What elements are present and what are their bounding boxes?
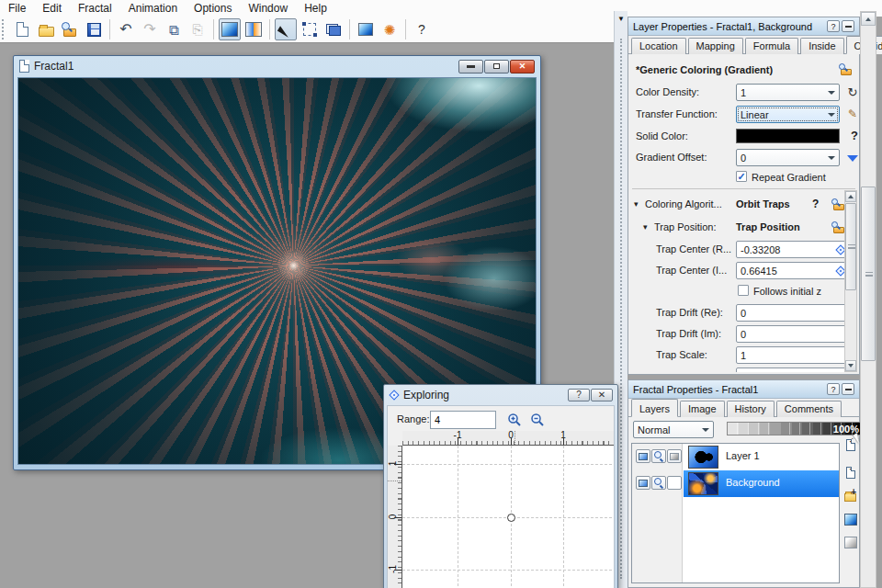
browse-coloring-button[interactable] — [838, 62, 853, 76]
panel-minimize-button[interactable] — [842, 20, 854, 32]
add-layer-button[interactable]: + — [842, 437, 858, 453]
restore-button[interactable] — [484, 60, 509, 74]
select-mode-button[interactable] — [299, 18, 321, 40]
image-layer-button[interactable] — [842, 512, 858, 527]
menu-file[interactable]: File — [0, 1, 34, 16]
help-button[interactable]: ? — [411, 18, 433, 40]
formula-scroll-up[interactable] — [845, 191, 856, 202]
trap-position-value[interactable]: Trap Position — [736, 221, 800, 232]
gradient-mode-button[interactable] — [243, 18, 265, 40]
tab-mapping[interactable]: Mapping — [688, 38, 743, 54]
vertical-ruler[interactable]: 1 0 -1 — [388, 446, 402, 588]
menu-window[interactable]: Window — [240, 1, 296, 16]
origin-marker[interactable] — [507, 514, 515, 522]
layer-editable-toggle[interactable] — [651, 476, 666, 490]
layer-visible-toggle[interactable] — [636, 476, 650, 490]
add-group-button[interactable]: + — [842, 488, 858, 503]
zoom-out-button[interactable] — [528, 412, 547, 428]
normal-mode-button[interactable] — [275, 18, 297, 40]
layer-thumbnail[interactable] — [688, 472, 718, 495]
tab-layers[interactable]: Layers — [631, 399, 678, 417]
layer-name[interactable]: Background — [726, 477, 780, 488]
formula-scrollbar-thumb[interactable] — [845, 203, 856, 290]
trap-scale-input[interactable]: 1 — [736, 346, 844, 364]
exploring-help-button[interactable]: ? — [568, 389, 590, 401]
panel-minimize-button[interactable] — [842, 383, 854, 395]
tab-inside[interactable]: Inside — [800, 38, 843, 54]
exploring-grid[interactable] — [402, 446, 614, 588]
close-button[interactable]: ✕ — [510, 60, 535, 74]
layer-editable-toggle[interactable] — [651, 449, 666, 463]
exploring-titlebar[interactable]: Exploring ? ✕ — [384, 385, 617, 404]
reset-density-button[interactable]: ↻ — [845, 85, 860, 99]
menu-help[interactable]: Help — [296, 1, 335, 16]
scrollbar-thumb[interactable] — [861, 187, 876, 361]
collapse-arrow-icon[interactable]: ▼ — [617, 15, 625, 23]
paste-button[interactable]: ⎘ — [187, 18, 209, 40]
copy-button[interactable]: ⧉ — [163, 18, 185, 40]
fractal-properties-titlebar[interactable]: Fractal Properties - Fractal1 ? — [628, 380, 859, 399]
collapse-algorithm-icon[interactable]: ▾ — [634, 199, 639, 209]
explore-param-icon[interactable] — [835, 266, 844, 276]
gradient-offset-more-button[interactable] — [845, 151, 860, 165]
range-input[interactable] — [430, 411, 496, 429]
menu-animation[interactable]: Animation — [120, 1, 186, 16]
transparent-layer-button[interactable] — [842, 535, 858, 550]
save-button[interactable] — [83, 18, 105, 40]
formula-scrollbar[interactable] — [844, 190, 857, 372]
fractal-window-titlebar[interactable]: Fractal1 ✕ — [14, 56, 540, 76]
tab-image[interactable]: Image — [680, 401, 725, 417]
exploring-close-button[interactable]: ✕ — [591, 389, 613, 401]
merge-mode-combo[interactable]: Normal — [633, 421, 714, 438]
edit-transfer-button[interactable]: ✎ — [845, 107, 860, 121]
layer-thumbnail[interactable] — [688, 446, 718, 469]
rotation-input[interactable]: 0 — [736, 368, 844, 372]
menu-edit[interactable]: Edit — [34, 1, 70, 16]
trap-center-im-input[interactable]: 0.66415 — [736, 262, 844, 279]
scroll-up-button[interactable] — [861, 12, 876, 26]
delete-layer-button[interactable]: − — [842, 465, 858, 481]
panel-help-button[interactable]: ? — [827, 383, 840, 395]
render-button[interactable] — [355, 18, 377, 40]
switch-mode-button[interactable] — [322, 18, 345, 40]
zoom-in-button[interactable] — [505, 412, 524, 428]
menu-options[interactable]: Options — [186, 1, 240, 16]
panel-help-button[interactable]: ? — [827, 20, 840, 32]
layer-properties-titlebar[interactable]: Layer Properties - Fractal1, Background … — [628, 17, 859, 36]
tab-formula[interactable]: Formula — [745, 38, 798, 54]
browse-trap-button[interactable] — [831, 220, 844, 234]
undo-button[interactable]: ↶ — [115, 18, 137, 40]
trap-drift-re-input[interactable]: 0 — [736, 304, 844, 322]
dock-scrollbar[interactable] — [860, 11, 876, 588]
horizontal-ruler[interactable]: -1 0 1 — [402, 431, 614, 446]
layer-transparent-toggle[interactable] — [667, 449, 682, 463]
fractal-mode-button[interactable] — [219, 18, 241, 40]
layer-row-background[interactable]: Background — [632, 470, 839, 497]
algorithm-help-button[interactable]: ? — [812, 198, 819, 210]
layer-row-1[interactable]: Layer 1 — [632, 444, 839, 470]
formula-scroll-down[interactable] — [845, 360, 856, 371]
new-fractal-button[interactable] — [11, 18, 33, 40]
transfer-function-combo[interactable]: Linear — [736, 106, 840, 123]
trap-center-re-input[interactable]: -0.33208 — [736, 241, 844, 258]
explore-param-icon[interactable] — [835, 244, 844, 254]
follows-initial-z-checkbox[interactable] — [738, 285, 749, 296]
redo-button[interactable]: ↷ — [139, 18, 161, 40]
layer-name[interactable]: Layer 1 — [726, 450, 760, 461]
tab-comments[interactable]: Comments — [776, 401, 842, 417]
tab-history[interactable]: History — [727, 401, 775, 417]
browse-button[interactable] — [59, 18, 81, 40]
solid-color-swatch[interactable] — [736, 129, 840, 143]
collapse-trap-icon[interactable]: ▾ — [643, 222, 648, 232]
gradient-offset-combo[interactable]: 0 — [736, 149, 840, 166]
repeat-gradient-checkbox[interactable]: ✓ — [736, 171, 747, 182]
menu-fractal[interactable]: Fractal — [70, 1, 120, 16]
color-density-combo[interactable]: 1 — [736, 84, 840, 101]
layer-visible-toggle[interactable] — [636, 449, 650, 463]
coloring-algorithm-value[interactable]: Orbit Traps — [736, 198, 790, 209]
network-button[interactable]: ✺ — [379, 18, 401, 40]
toolbar-grip[interactable] — [2, 19, 6, 40]
tab-location[interactable]: Location — [631, 38, 686, 54]
opacity-slider[interactable]: 100% — [727, 422, 862, 435]
trap-drift-im-input[interactable]: 0 — [736, 325, 844, 343]
